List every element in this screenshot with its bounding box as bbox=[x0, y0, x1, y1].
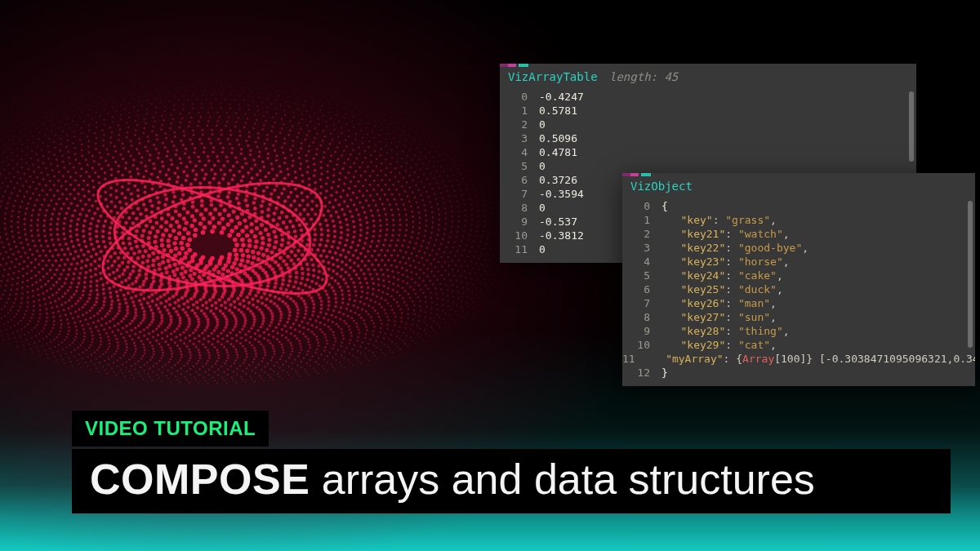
svg-point-1959 bbox=[354, 294, 357, 296]
svg-point-946 bbox=[346, 229, 350, 232]
svg-point-900 bbox=[75, 233, 78, 237]
svg-point-3969 bbox=[82, 352, 84, 353]
svg-point-587 bbox=[130, 192, 133, 195]
svg-point-3961 bbox=[153, 365, 154, 367]
table-row[interactable]: 11 "myArray": {Array[100]} [-0.303847109… bbox=[622, 352, 975, 366]
svg-point-2168 bbox=[120, 119, 122, 121]
svg-point-745 bbox=[150, 172, 154, 176]
table-row[interactable]: 10.5781 bbox=[500, 104, 916, 118]
table-row[interactable]: 3 "key22": "good-bye", bbox=[622, 241, 975, 255]
svg-point-1502 bbox=[70, 282, 74, 285]
table-row[interactable]: 4 "key23": "horse", bbox=[622, 255, 975, 269]
svg-point-2014 bbox=[16, 195, 19, 198]
table-row[interactable]: 7 "key26": "man", bbox=[622, 296, 975, 310]
table-row[interactable]: 12} bbox=[622, 366, 975, 380]
table-row[interactable]: 6 "key25": "duck", bbox=[622, 282, 975, 296]
svg-point-3256 bbox=[6, 302, 7, 304]
svg-point-1992 bbox=[68, 299, 70, 301]
svg-point-3807 bbox=[212, 366, 214, 368]
table-row[interactable]: 8 "key27": "sun", bbox=[622, 310, 975, 324]
svg-point-2812 bbox=[242, 344, 244, 347]
svg-point-2276 bbox=[5, 251, 7, 254]
scrollbar-thumb[interactable] bbox=[909, 91, 914, 162]
svg-point-3530 bbox=[90, 344, 92, 346]
svg-point-1710 bbox=[320, 304, 323, 307]
svg-point-3856 bbox=[187, 56, 188, 56]
svg-point-4623 bbox=[216, 33, 217, 33]
svg-point-416 bbox=[293, 254, 297, 258]
table-row[interactable]: 30.5096 bbox=[500, 131, 916, 145]
svg-point-3663 bbox=[186, 362, 189, 365]
svg-point-2995 bbox=[82, 101, 84, 103]
svg-point-407 bbox=[287, 209, 290, 212]
svg-point-524 bbox=[194, 178, 197, 181]
svg-point-759 bbox=[275, 174, 278, 177]
table-row[interactable]: 9 "key28": "thing", bbox=[622, 324, 975, 338]
svg-point-4541 bbox=[451, 318, 452, 320]
svg-point-2075 bbox=[412, 216, 414, 218]
svg-point-4101 bbox=[242, 371, 243, 372]
svg-point-2831 bbox=[60, 319, 62, 322]
svg-point-354 bbox=[293, 240, 297, 244]
svg-point-907 bbox=[87, 198, 91, 202]
svg-point-1893 bbox=[61, 154, 64, 157]
svg-point-1195 bbox=[69, 193, 71, 195]
svg-point-3418 bbox=[129, 75, 130, 76]
svg-point-463 bbox=[245, 184, 248, 188]
svg-point-1780 bbox=[170, 122, 172, 125]
table-row[interactable]: 20 bbox=[500, 118, 916, 131]
svg-point-2840 bbox=[5, 284, 7, 287]
svg-point-2695 bbox=[39, 304, 42, 307]
svg-point-531 bbox=[257, 183, 261, 186]
svg-point-1731 bbox=[125, 315, 128, 318]
svg-point-1030 bbox=[325, 182, 328, 185]
svg-point-2635 bbox=[437, 203, 439, 205]
svg-point-737 bbox=[100, 202, 103, 206]
svg-point-4434 bbox=[29, 344, 30, 345]
svg-point-2524 bbox=[323, 323, 326, 326]
svg-point-1748 bbox=[29, 248, 31, 251]
svg-point-2441 bbox=[37, 146, 38, 148]
svg-point-3375 bbox=[199, 357, 202, 359]
svg-point-1590 bbox=[313, 303, 316, 306]
table-row[interactable]: 10 "key29": "cat", bbox=[622, 338, 975, 352]
svg-point-2680 bbox=[174, 341, 176, 344]
svg-point-460 bbox=[217, 181, 220, 184]
scrollbar-thumb[interactable] bbox=[968, 201, 973, 348]
svg-point-3467 bbox=[474, 189, 476, 191]
svg-point-2467 bbox=[252, 100, 254, 102]
svg-point-1944 bbox=[406, 224, 408, 226]
svg-point-2952 bbox=[225, 349, 228, 351]
table-row[interactable]: 40.4781 bbox=[500, 145, 916, 159]
svg-point-4163 bbox=[266, 49, 267, 50]
svg-point-3337 bbox=[463, 250, 465, 251]
svg-point-3590 bbox=[393, 101, 394, 102]
line-number: 8 bbox=[500, 201, 539, 215]
svg-point-1935 bbox=[389, 179, 391, 181]
table-row[interactable]: 2 "key21": "watch", bbox=[622, 227, 975, 241]
svg-point-1871 bbox=[30, 261, 33, 264]
svg-point-4347 bbox=[487, 136, 488, 136]
table-row[interactable]: 0-0.4247 bbox=[500, 90, 916, 104]
panel-body[interactable]: 0{1 "key": "grass",2 "key21": "watch",3 … bbox=[622, 196, 975, 386]
svg-point-4421 bbox=[138, 372, 140, 374]
table-row[interactable]: 0{ bbox=[622, 199, 975, 213]
svg-point-3056 bbox=[454, 241, 456, 242]
svg-point-517 bbox=[136, 194, 140, 198]
svg-point-142 bbox=[154, 234, 158, 238]
svg-point-1456 bbox=[379, 219, 381, 221]
object-entry: "key24": "cake", bbox=[662, 269, 783, 282]
svg-point-3647 bbox=[332, 348, 334, 350]
svg-point-2972 bbox=[39, 313, 42, 316]
table-row[interactable]: 1 "key": "grass", bbox=[622, 213, 975, 227]
svg-point-1350 bbox=[369, 245, 372, 248]
table-row[interactable]: 50 bbox=[500, 159, 916, 173]
svg-point-175 bbox=[167, 264, 172, 268]
table-row[interactable]: 5 "key24": "cake", bbox=[622, 269, 975, 282]
svg-point-3493 bbox=[407, 313, 408, 315]
svg-point-485 bbox=[266, 281, 270, 285]
svg-point-3633 bbox=[431, 301, 433, 303]
svg-point-955 bbox=[322, 272, 325, 275]
svg-point-3571 bbox=[232, 64, 233, 64]
svg-point-220 bbox=[152, 259, 156, 263]
